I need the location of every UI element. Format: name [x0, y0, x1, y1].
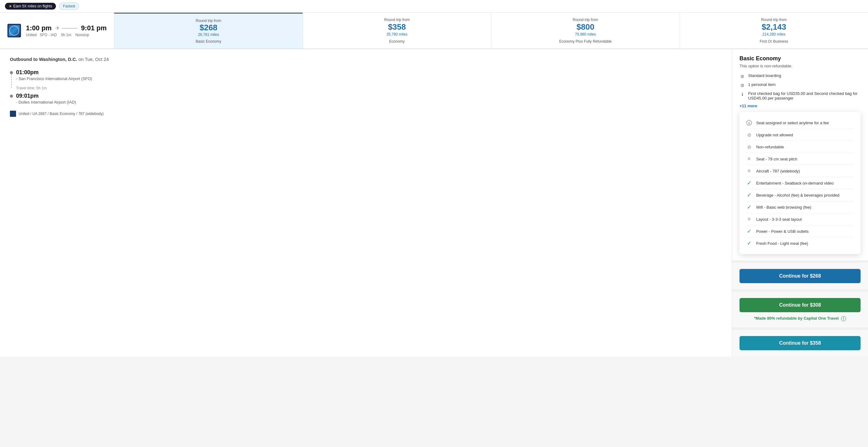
price-card-label-0: Round trip from	[196, 19, 221, 23]
capital-one-suffix: by Capital One Travel	[798, 316, 839, 321]
popup-text-2: Non-refundable	[756, 145, 784, 149]
depart-airport: San Francisco International Airport (SFO…	[19, 77, 92, 81]
times-row: 1:00 pm ✈ ──── 9:01 pm	[26, 24, 106, 32]
popup-text-1: Upgrade not allowed	[756, 132, 793, 137]
timeline-arrive: 09:01pm - Dulles International Airport (…	[16, 93, 722, 105]
flight-stops: Nonstop	[75, 33, 89, 37]
continue-358-button[interactable]: Continue for $358	[740, 336, 861, 350]
popup-text-5: Entertainment - Seatback on-demand video	[756, 181, 834, 185]
lines-icon-layout: ≡	[746, 216, 752, 222]
route-info: United SFO - IAD 5h 1m Nonstop	[26, 33, 106, 37]
top-bar: ★ Earn 5X miles on flights Fastest	[0, 0, 868, 13]
plane-line-icon: ✈ ────	[55, 25, 77, 32]
check-icon-food: ✓	[746, 240, 752, 247]
times-block: 1:00 pm ✈ ──── 9:01 pm United SFO - IAD …	[26, 24, 106, 37]
flight-info: 1:00 pm ✈ ──── 9:01 pm United SFO - IAD …	[0, 13, 114, 49]
timeline-dot-arrive	[10, 95, 13, 98]
flight-route: SFO - IAD	[40, 33, 57, 37]
popup-item-7: ✓ Wifi - Basic web browsing (fee)	[746, 201, 855, 213]
arrive-time: 9:01 pm	[81, 24, 106, 32]
svg-text:$: $	[748, 121, 750, 125]
popup-text-10: Fresh Food - Light meal (fee)	[756, 241, 808, 246]
outbound-date: on Tue, Oct 24	[79, 57, 109, 62]
fare-item-text-0: Standard boarding	[748, 73, 781, 78]
popup-item-2: ⊘ Non-refundable	[746, 141, 855, 153]
earn-badge: ★ Earn 5X miles on flights	[5, 3, 56, 9]
popup-item-4: ≡ Aircraft - 787 (widebody)	[746, 165, 855, 177]
capital-one-note: *Made 80% refundable by Capital One Trav…	[740, 316, 861, 321]
price-class-2: Economy Plus Fully Refundable	[559, 39, 612, 43]
flight-row: 1:00 pm ✈ ──── 9:01 pm United SFO - IAD …	[0, 13, 868, 49]
section-divider-1	[732, 289, 868, 292]
left-panel: Outbound to Washington, D.C. on Tue, Oct…	[0, 49, 732, 356]
arrive-time-detail: 09:01pm	[16, 93, 722, 99]
flight-meta-logo	[10, 111, 16, 117]
travel-time: Travel time: 5h 1m	[16, 86, 722, 90]
star-icon: ★	[9, 4, 12, 8]
capital-one-info-icon[interactable]: i	[841, 316, 846, 321]
popup-card: $ Seat assigned or select anytime for a …	[740, 112, 861, 254]
popup-text-8: Layout - 3-3-3 seat layout	[756, 217, 802, 221]
popup-text-6: Beverage - Alcohol (fee) & beverages pro…	[756, 193, 840, 198]
price-amount-0: $268	[199, 23, 217, 32]
popup-item-1: ⊘ Upgrade not allowed	[746, 129, 855, 141]
popup-item-5: ✓ Entertainment - Seatback on-demand vid…	[746, 177, 855, 189]
flight-timeline: 01:00pm - San Francisco International Ai…	[10, 69, 722, 105]
airline-name: United	[26, 33, 37, 37]
price-amount-3: $2,143	[762, 22, 786, 32]
price-card-label-1: Round trip from	[384, 18, 410, 22]
price-card-economy-plus[interactable]: Round trip from $800 79,980 miles Econom…	[491, 13, 680, 49]
popup-item-10: ✓ Fresh Food - Light meal (fee)	[746, 237, 855, 249]
timeline-dot-depart	[10, 71, 13, 74]
continue-basic-button[interactable]: Continue for $268	[740, 269, 861, 283]
price-amount-2: $800	[577, 22, 594, 32]
price-class-3: First Or Business	[760, 39, 788, 43]
price-class-0: Basic Economy	[196, 39, 221, 43]
flight-meta: United / UA 2667 / Basic Economy / 787 (…	[10, 111, 722, 117]
main-content: Outbound to Washington, D.C. on Tue, Oct…	[0, 49, 868, 356]
block-icon-1: ⊘	[740, 83, 745, 88]
fare-item-1: ⊘ 1 personal item	[740, 82, 861, 88]
popup-text-7: Wifi - Basic web browsing (fee)	[756, 205, 811, 210]
check-icon-wifi: ✓	[746, 204, 752, 210]
popup-item-3: ≡ Seat - 79 cm seat pitch	[746, 153, 855, 165]
continue-section: Continue for $268	[732, 263, 868, 289]
block-icon-0: ⊘	[740, 73, 745, 79]
price-class-1: Economy	[389, 39, 405, 43]
depart-time-detail: 01:00pm	[16, 69, 722, 76]
capital-one-prefix: *Made	[754, 316, 767, 321]
dollar-icon: $	[746, 119, 752, 126]
price-card-label-2: Round trip from	[573, 18, 598, 22]
check-icon-entertainment: ✓	[746, 180, 752, 186]
price-card-first-business[interactable]: Round trip from $2,143 214,280 miles Fir…	[680, 13, 868, 49]
section-divider-2	[732, 327, 868, 330]
fare-item-0: ⊘ Standard boarding	[740, 73, 861, 79]
price-card-economy[interactable]: Round trip from $358 35,780 miles Econom…	[303, 13, 491, 49]
info-icon-2: ℹ	[740, 91, 745, 97]
lines-icon-aircraft: ≡	[746, 168, 752, 174]
depart-time: 1:00 pm	[26, 24, 52, 32]
price-amount-1: $358	[388, 22, 406, 32]
popup-text-9: Power - Power & USB outlets	[756, 229, 809, 234]
popup-text-4: Aircraft - 787 (widebody)	[756, 169, 800, 173]
timeline-depart: 01:00pm - San Francisco International Ai…	[16, 69, 722, 81]
right-panel: Basic Economy This option is non-refunda…	[732, 49, 868, 356]
outbound-destination: Outbound to Washington, D.C.	[10, 57, 77, 62]
price-card-basic-economy[interactable]: Round trip from $268 26,781 miles Basic …	[114, 13, 302, 49]
price-miles-0: 26,781 miles	[198, 32, 219, 37]
popup-item-9: ✓ Power - Power & USB outlets	[746, 226, 855, 237]
continue-308-button[interactable]: Continue for $308	[740, 298, 861, 312]
fare-item-2: ℹ First checked bag for USD35.00 and Sec…	[740, 91, 861, 100]
block-icon-upgrade: ⊘	[746, 131, 752, 138]
price-card-label-3: Round trip from	[761, 18, 787, 22]
fare-item-text-1: 1 personal item	[748, 82, 776, 87]
popup-text-3: Seat - 79 cm seat pitch	[756, 157, 797, 161]
fare-section: Basic Economy This option is non-refunda…	[732, 49, 868, 263]
popup-item-0: $ Seat assigned or select anytime for a …	[746, 117, 855, 129]
check-icon-power: ✓	[746, 228, 752, 235]
more-link[interactable]: +11 more	[740, 103, 861, 108]
flight-meta-text: United / UA 2667 / Basic Economy / 787 (…	[19, 112, 103, 116]
airline-logo	[7, 24, 21, 37]
continue-308-section: Continue for $308 *Made 80% refundable b…	[732, 292, 868, 327]
price-miles-2: 79,980 miles	[575, 32, 596, 36]
